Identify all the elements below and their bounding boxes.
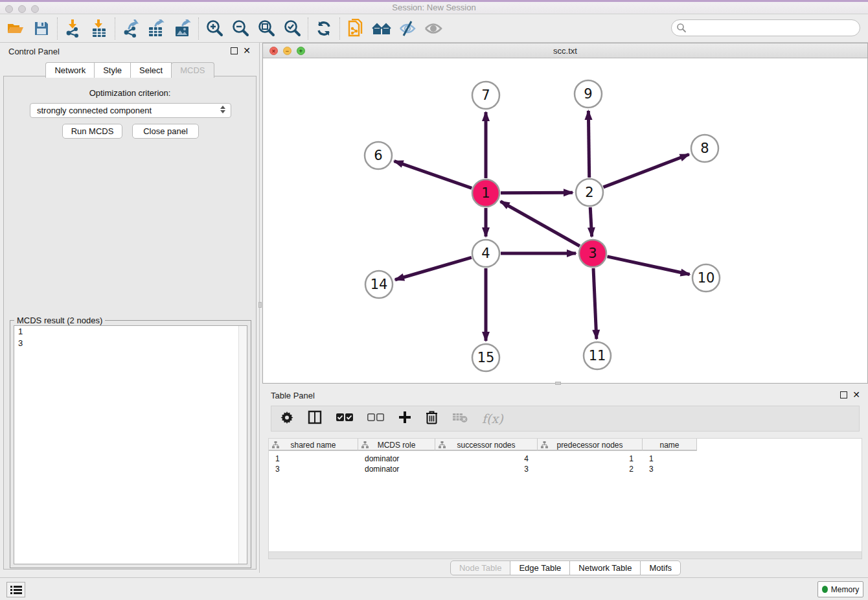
table-header-row: shared nameMCDS rolesuccessor nodesprede… — [269, 439, 697, 451]
table-row[interactable]: 3dominator323 — [269, 464, 697, 474]
column-header-predecessor-nodes[interactable]: predecessor nodes — [538, 439, 643, 451]
export-network-icon[interactable] — [118, 17, 144, 40]
run-mcds-button[interactable]: Run MCDS — [62, 124, 122, 139]
mcds-result-item[interactable]: 1 — [14, 326, 247, 338]
table-cell[interactable]: 3 — [643, 464, 697, 474]
search-input[interactable] — [671, 19, 860, 36]
graph-edge-1-6[interactable] — [394, 161, 472, 189]
graph-node-label: 14 — [371, 277, 388, 292]
column-header-successor-nodes[interactable]: successor nodes — [435, 439, 538, 451]
table-cell[interactable]: 1 — [643, 454, 697, 464]
zoom-in-icon[interactable] — [201, 17, 227, 40]
new-network-from-selection-icon[interactable] — [343, 17, 369, 40]
graph-edge-2-3[interactable] — [590, 207, 591, 237]
import-table-icon[interactable] — [86, 17, 112, 40]
delete-columns-icon[interactable] — [426, 410, 438, 427]
mcds-result-item[interactable]: 3 — [14, 338, 247, 349]
optimization-criterion-select[interactable]: strongly connected component — [30, 103, 231, 118]
tree-icon — [439, 441, 446, 450]
first-neighbors-icon[interactable] — [369, 17, 394, 40]
float-table-panel-icon[interactable] — [840, 391, 847, 398]
column-header-name[interactable]: name — [643, 439, 697, 451]
table-cell[interactable]: 3 — [435, 464, 538, 474]
graph-node-label: 7 — [481, 87, 490, 103]
table-toolbar: f(x) — [271, 406, 860, 432]
tab-edge-table[interactable]: Edge Table — [510, 560, 570, 575]
toolbar-separator — [198, 17, 199, 40]
column-header-MCDS-role[interactable]: MCDS role — [358, 439, 435, 451]
table-options-gear-icon[interactable] — [280, 411, 293, 426]
graph-node-label: 6 — [374, 148, 382, 163]
screen-edge-strip — [0, 0, 868, 2]
import-network-icon[interactable] — [60, 17, 86, 40]
graph-node-label: 10 — [698, 270, 715, 286]
graph-edge-1-2[interactable] — [501, 192, 573, 193]
mcds-result-title: MCDS result (2 nodes) — [14, 316, 105, 325]
memory-status-icon — [822, 586, 828, 593]
table-footer-strip — [268, 552, 862, 559]
close-panel-button[interactable]: Close panel — [132, 124, 199, 139]
graph-node-label: 9 — [584, 86, 592, 102]
memory-label: Memory — [831, 585, 859, 594]
panel-divider-handle[interactable] — [258, 302, 262, 308]
table-row[interactable]: 1dominator411 — [269, 454, 697, 464]
memory-button[interactable]: Memory — [817, 581, 863, 597]
table-cell[interactable]: dominator — [358, 454, 435, 464]
graph-edge-3-10[interactable] — [607, 257, 689, 275]
hide-selected-icon[interactable] — [394, 17, 420, 40]
close-panel-icon[interactable]: ✕ — [243, 45, 251, 56]
graph-node-label: 1 — [481, 185, 490, 201]
graph-edge-4-14[interactable] — [395, 257, 472, 279]
table-cell[interactable]: 3 — [269, 464, 358, 474]
show-hidden-icon[interactable] — [420, 17, 446, 40]
graph-edge-3-11[interactable] — [593, 268, 597, 339]
toolbar-separator — [57, 17, 58, 40]
view-resize-handle[interactable] — [555, 382, 561, 385]
table-cell[interactable]: 4 — [435, 454, 538, 464]
column-header-shared-name[interactable]: shared name — [269, 439, 358, 451]
zoom-selected-icon[interactable] — [279, 17, 305, 40]
deselect-all-checkboxes-icon[interactable] — [367, 413, 384, 424]
toolbar-separator — [308, 17, 308, 40]
network-graph[interactable]: 7968124314101511 — [263, 58, 867, 383]
mcds-panel-body: Optimization criterion: strongly connect… — [3, 76, 257, 570]
toolbar-separator — [115, 17, 115, 40]
tab-select[interactable]: Select — [130, 62, 172, 78]
table-cell[interactable]: 1 — [269, 454, 358, 464]
search-container — [671, 19, 860, 36]
network-canvas[interactable]: 7968124314101511 — [263, 58, 867, 383]
table-cell[interactable]: dominator — [358, 464, 435, 474]
network-window-titlebar[interactable]: × − + scc.txt — [263, 43, 867, 58]
close-table-panel-icon[interactable]: ✕ — [852, 389, 860, 400]
graph-node-label: 3 — [588, 246, 597, 261]
export-image-icon[interactable] — [170, 17, 196, 40]
export-table-icon[interactable] — [144, 17, 170, 40]
tab-motifs[interactable]: Motifs — [640, 560, 681, 575]
table-panel: Table Panel ✕ — [262, 387, 868, 577]
float-panel-icon[interactable] — [231, 47, 238, 54]
open-session-icon[interactable] — [3, 17, 29, 40]
zoom-fit-icon[interactable] — [253, 17, 279, 40]
mcds-result-list[interactable]: 1 3 — [14, 325, 247, 564]
tab-style[interactable]: Style — [94, 62, 131, 78]
save-session-icon[interactable] — [29, 17, 54, 40]
application-window: Session: New Session — [0, 0, 868, 600]
table-cell[interactable]: 2 — [538, 464, 643, 474]
tab-network[interactable]: Network — [45, 62, 95, 78]
zoom-out-icon[interactable] — [227, 17, 253, 40]
task-history-button[interactable] — [6, 582, 25, 597]
refresh-layout-icon[interactable] — [311, 17, 337, 40]
add-column-icon[interactable] — [398, 411, 411, 426]
graph-edge-2-9[interactable] — [588, 111, 589, 178]
select-all-checkboxes-icon[interactable] — [336, 413, 353, 424]
result-scrollbar[interactable] — [238, 326, 247, 564]
tab-node-table[interactable]: Node Table — [450, 560, 511, 575]
table-cell[interactable]: 1 — [538, 454, 643, 464]
tab-mcds[interactable]: MCDS — [171, 62, 214, 78]
column-manager-icon[interactable] — [308, 410, 322, 427]
graph-edge-3-1[interactable] — [501, 202, 580, 246]
table-tabs: Node TableEdge TableNetwork TableMotifs — [262, 560, 868, 575]
graph-edge-2-8[interactable] — [603, 154, 689, 187]
tab-network-table[interactable]: Network Table — [569, 560, 641, 575]
function-builder-icon: f(x) — [482, 411, 503, 426]
